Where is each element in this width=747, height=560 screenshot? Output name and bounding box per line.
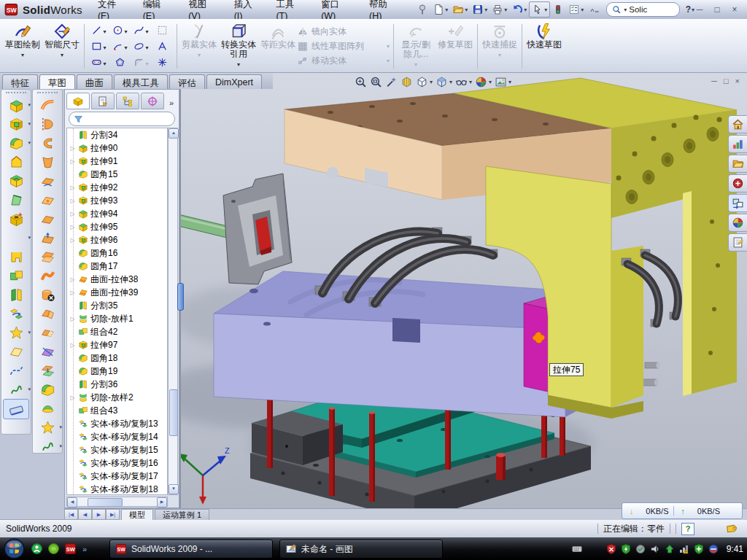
tray-plus-shield-icon[interactable] [693, 543, 705, 555]
freeform-button[interactable] [33, 228, 62, 247]
split-button[interactable] [1, 285, 31, 304]
scroll-up-icon[interactable]: ▲ [169, 128, 179, 139]
custom-properties-tab[interactable] [728, 233, 747, 252]
polygon-tool[interactable] [109, 55, 131, 71]
extruded-surface-button[interactable] [33, 133, 62, 152]
toolbox-tab[interactable] [728, 174, 747, 192]
configurationmanager-tab[interactable] [116, 93, 139, 109]
doc-tab-运动算例 1[interactable]: 运动算例 1 [155, 509, 209, 520]
doc-restore-button[interactable]: □ [724, 77, 729, 85]
tree-filter-input[interactable] [69, 112, 175, 126]
ellipse-tool[interactable]: ▾ [131, 39, 152, 55]
view-orientation-button[interactable]: ▾ [436, 76, 452, 88]
filled-surface-button[interactable] [33, 190, 62, 209]
tree-item[interactable]: 实体-移动/复制18 [67, 483, 167, 495]
tag-icon[interactable] [725, 523, 737, 534]
save-button[interactable]: ▾ [470, 2, 489, 17]
options-button[interactable]: ▾ [566, 2, 586, 17]
file-explorer-tab[interactable] [728, 155, 747, 173]
swept-surface-button[interactable] [33, 96, 62, 114]
next-tab-button[interactable]: ▶ [92, 509, 106, 520]
mirror-entities-button[interactable]: 镜向实体 [298, 26, 391, 38]
rapid-sketch-button[interactable]: 快速草图 [525, 20, 564, 72]
tree-item[interactable]: ▷拉伸91 [67, 155, 167, 168]
tree-item[interactable]: 组合43 [67, 404, 167, 417]
offset-surface-button[interactable] [33, 247, 62, 266]
taskbar-window[interactable]: 未命名 - 画图 [279, 540, 443, 559]
fillet-button[interactable]: ▾ [1, 133, 31, 152]
shell-button[interactable] [1, 171, 31, 190]
propertymanager-tab[interactable] [91, 93, 115, 109]
tree-item[interactable]: ▷拉伸97 [67, 338, 167, 351]
boundary-surface-button[interactable] [33, 171, 62, 190]
replace-face-button[interactable] [33, 361, 62, 380]
curve-button[interactable] [1, 361, 31, 380]
appearances-scenes-tab[interactable] [728, 214, 747, 232]
rect-tool[interactable]: ▾ [88, 39, 109, 55]
linear-sketch-pattern-button[interactable]: 线性草图阵列▾ [298, 40, 391, 52]
search-box[interactable]: ▾ Solic [606, 2, 679, 17]
tab-草图[interactable]: 草图 [39, 74, 75, 89]
hscroll-thumb[interactable] [88, 498, 123, 507]
tree-item[interactable]: 分割36 [67, 378, 167, 391]
magnified-selection-button[interactable] [385, 76, 398, 88]
stop-pin[interactable] [496, 453, 506, 480]
revolved-surface-button[interactable] [33, 114, 62, 133]
tree-item[interactable]: ▷拉伸93 [67, 194, 167, 207]
close-button[interactable]: × [729, 4, 740, 15]
doc-tab-模型[interactable]: 模型 [121, 509, 153, 520]
tree-item[interactable]: 圆角19 [67, 365, 167, 378]
text-a-tool[interactable] [152, 39, 173, 55]
apply-scene-button[interactable]: ▾ [495, 76, 511, 88]
arc-tool[interactable]: ▾ [109, 39, 131, 55]
solidworks-launcher-icon[interactable]: SW [64, 542, 77, 555]
tray-red-shield-icon[interactable] [605, 543, 617, 555]
tree-item[interactable]: ▷拉伸90 [67, 141, 167, 155]
zoom-to-area-button[interactable] [370, 76, 382, 88]
extend-surface-button[interactable] [33, 323, 62, 342]
chamfer-button[interactable] [1, 152, 31, 171]
slot-tool[interactable]: ▾ [88, 55, 109, 71]
tree-vertical-scrollbar[interactable]: ▲ ▼ [168, 128, 178, 495]
tree-item[interactable]: 实体-移动/复制13 [67, 417, 167, 430]
dimxpertmanager-tab[interactable] [141, 93, 164, 109]
featuremanager-tab[interactable] [66, 93, 90, 109]
combine-bodies-button[interactable] [1, 266, 31, 285]
last-tab-button[interactable]: ▶| [106, 509, 120, 520]
tree-item[interactable]: ▷拉伸95 [67, 220, 167, 233]
point-tool[interactable] [152, 55, 173, 71]
design-library-tab[interactable] [728, 135, 747, 153]
minimize-button[interactable]: ─ [694, 4, 705, 15]
instant3d-button[interactable] [3, 399, 29, 419]
tree-item[interactable]: ▷拉伸94 [67, 207, 167, 220]
quick-launch-overflow[interactable]: » [82, 545, 87, 553]
scroll-down-icon[interactable]: ▼ [169, 484, 179, 494]
view-palette-tab[interactable] [728, 194, 747, 212]
tray-green-shield-icon[interactable] [620, 543, 632, 555]
trim-surface-button[interactable] [33, 342, 62, 361]
tree-item[interactable]: ▷拉伸92 [67, 181, 167, 194]
section-view-button[interactable] [400, 76, 413, 88]
messenger-icon[interactable] [31, 542, 43, 555]
tree-item[interactable]: ▷曲面-拉伸39 [67, 286, 167, 299]
spline-tool[interactable]: ▾ [131, 23, 152, 39]
scroll-right-icon[interactable]: ▶ [157, 497, 167, 508]
tree-item[interactable]: 圆角17 [67, 260, 167, 273]
doc-minimize-button[interactable]: ─ [711, 77, 717, 85]
helix-spiral-button[interactable]: ▾ [1, 380, 31, 399]
tree-item[interactable]: ▷切除-放样2 [67, 391, 167, 404]
tree-item[interactable]: 分割35 [67, 299, 167, 312]
lofted-surface-button[interactable] [33, 152, 62, 171]
convert-entities-button[interactable]: 转换实体引用▾ [219, 20, 258, 72]
trim-entities-button[interactable]: 剪裁实体▾ [179, 20, 219, 72]
offset-entities-button[interactable]: 等距实体 [258, 20, 298, 72]
draft-button[interactable] [1, 190, 31, 209]
knit-surface-button[interactable] [33, 304, 62, 323]
sel-rect-tool[interactable] [152, 23, 173, 39]
tab-曲面[interactable]: 曲面 [77, 74, 112, 89]
hole-wizard-button[interactable] [1, 209, 31, 228]
reference-geometry-2-button[interactable]: ▾ [33, 418, 62, 437]
move-copy-body-button[interactable] [1, 304, 31, 323]
taskbar-clock[interactable]: 9:41 [727, 544, 743, 554]
tree-item[interactable]: 圆角18 [67, 351, 167, 365]
